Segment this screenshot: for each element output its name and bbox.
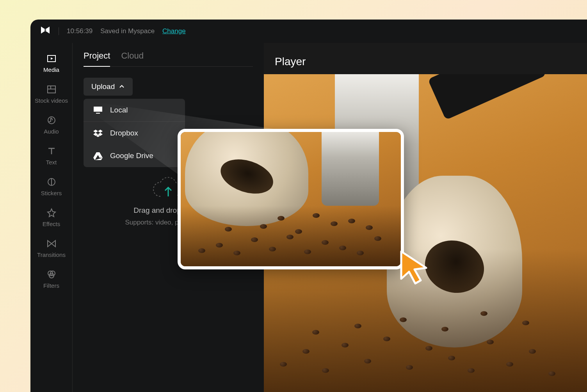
sidebar-item-media[interactable]: Media	[30, 48, 72, 78]
sidebar-item-audio[interactable]: Audio	[30, 109, 72, 140]
upload-button-label: Upload	[91, 82, 115, 91]
upload-menu-item-gdrive[interactable]: Google Drive	[84, 144, 185, 167]
upload-menu-item-local[interactable]: Local	[84, 99, 185, 121]
tab-project[interactable]: Project	[84, 51, 110, 66]
media-icon	[46, 53, 57, 64]
upload-menu-item-label: Local	[110, 106, 128, 114]
upload-menu: Local Dropbox Google Drive	[84, 99, 185, 167]
gdrive-icon	[93, 151, 103, 160]
sidebar-item-label: Stock videos	[35, 97, 68, 104]
tab-cloud[interactable]: Cloud	[121, 51, 143, 66]
change-link[interactable]: Change	[162, 27, 186, 35]
sidebar-item-stock-videos[interactable]: Stock videos	[30, 78, 72, 109]
media-tabs: Project Cloud	[84, 51, 253, 67]
audio-icon	[46, 115, 57, 126]
sidebar-item-label: Transitions	[37, 251, 66, 258]
app-header: 10:56:39 Saved in Myspace Change	[30, 20, 587, 43]
header-saved-text: Saved in Myspace	[100, 27, 155, 35]
upload-button[interactable]: Upload	[84, 78, 133, 96]
thumbnail-image	[181, 132, 401, 266]
sidebar-item-label: Effects	[43, 221, 60, 227]
effects-icon	[46, 207, 57, 218]
stock-videos-icon	[46, 84, 57, 95]
player-title: Player	[264, 43, 587, 74]
sidebar-item-label: Media	[43, 66, 59, 73]
dropbox-icon	[93, 129, 103, 137]
header-timestamp: 10:56:39	[67, 27, 92, 35]
thumbnail-preview[interactable]	[178, 129, 404, 269]
sidebar-item-effects[interactable]: Effects	[30, 202, 72, 233]
upload-menu-item-label: Dropbox	[110, 129, 138, 137]
svg-rect-11	[96, 113, 100, 114]
sidebar-item-label: Filters	[43, 282, 59, 289]
upload-menu-item-label: Google Drive	[110, 151, 153, 160]
sidebar-item-label: Audio	[44, 128, 59, 135]
header-divider	[59, 27, 59, 35]
sidebar-item-filters[interactable]: Filters	[30, 264, 72, 294]
stickers-icon	[46, 176, 57, 187]
upload-menu-item-dropbox[interactable]: Dropbox	[84, 121, 185, 144]
monitor-icon	[93, 106, 103, 114]
sidebar-item-label: Text	[46, 159, 57, 166]
app-logo-icon	[40, 25, 51, 37]
svg-point-4	[48, 117, 55, 124]
sidebar-item-text[interactable]: Text	[30, 140, 72, 171]
transitions-icon	[46, 238, 57, 249]
chevron-up-icon	[119, 84, 125, 90]
sidebar-item-stickers[interactable]: Stickers	[30, 171, 72, 202]
sidebar-item-transitions[interactable]: Transitions	[30, 233, 72, 264]
filters-icon	[46, 269, 57, 280]
sidebar: Media Stock videos Audio Text Stickers E…	[30, 43, 73, 392]
text-icon	[46, 146, 57, 157]
sidebar-item-label: Stickers	[41, 190, 62, 196]
svg-rect-10	[94, 107, 102, 112]
